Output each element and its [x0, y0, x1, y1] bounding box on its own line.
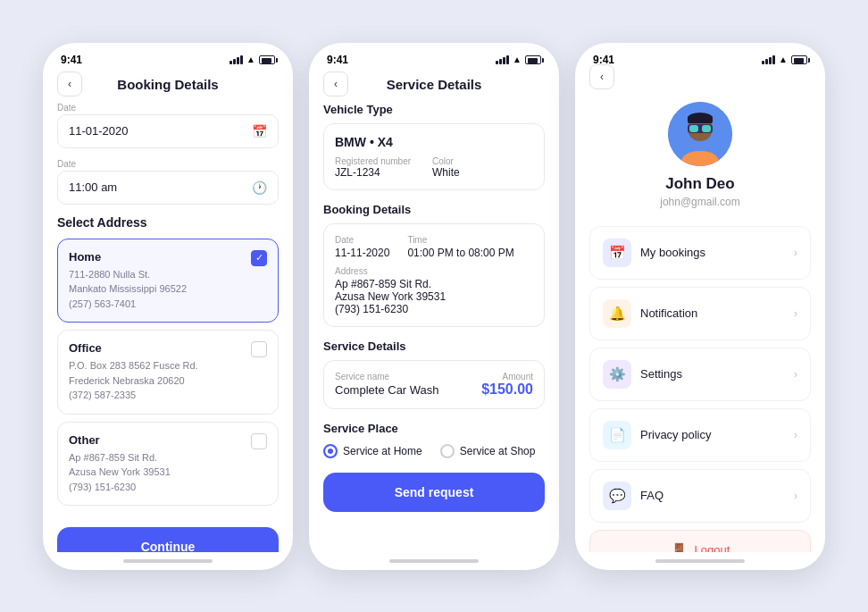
status-bar-2: 9:41 ▲ — [309, 43, 559, 70]
service-name-label: Service name — [335, 372, 439, 381]
settings-icon: ⚙️ — [603, 360, 631, 389]
home-indicator-2 — [389, 559, 479, 563]
menu-item-faq[interactable]: 💬 FAQ › — [589, 469, 811, 523]
menu-item-notification-left: 🔔 Notification — [603, 299, 697, 328]
booking-date-value: 11-11-2020 — [335, 247, 389, 259]
service-details-card: Service name Complete Car Wash Amount $1… — [323, 360, 545, 409]
notification-chevron: › — [794, 307, 797, 320]
profile-section: John Deo john@gmail.com — [589, 88, 811, 226]
address-info-office: Office P.O. Box 283 8562 Fusce Rd.Freder… — [69, 341, 198, 403]
radio-circle-shop — [440, 444, 455, 458]
service-row: Service name Complete Car Wash Amount $1… — [335, 372, 533, 398]
back-button-2[interactable]: ‹ — [323, 71, 348, 96]
settings-label: Settings — [640, 367, 682, 381]
address-name-home: Home — [69, 250, 187, 264]
service-name-value: Complete Car Wash — [335, 383, 439, 397]
service-place-title: Service Place — [323, 422, 545, 435]
booking-address-value: Ap #867-859 Sit Rd. Azusa New York 39531… — [335, 278, 533, 315]
status-bar-1: 9:41 ▲ — [43, 43, 293, 70]
battery-icon-1 — [259, 55, 275, 64]
date-value: 11-01-2020 — [69, 124, 129, 138]
checkbox-home[interactable]: ✓ — [251, 250, 267, 266]
date-input[interactable]: 11-01-2020 📅 — [57, 114, 279, 148]
wifi-icon-1: ▲ — [246, 54, 255, 64]
booking-address: Address Ap #867-859 Sit Rd. Azusa New Yo… — [335, 266, 533, 315]
address-text-home: 711-2880 Nulla St.Mankato Mississippi 96… — [69, 267, 187, 312]
booking-details-title: Booking Details — [323, 203, 545, 216]
checkbox-office[interactable] — [251, 341, 267, 357]
menu-item-notification[interactable]: 🔔 Notification › — [589, 287, 811, 340]
send-request-button[interactable]: Send request — [323, 473, 545, 512]
radio-label-home: Service at Home — [343, 445, 422, 457]
notification-label: Notification — [640, 306, 697, 320]
booking-time-label: Time — [407, 235, 513, 245]
booking-address-label: Address — [335, 266, 533, 276]
menu-item-privacy[interactable]: 📄 Privacy policy › — [589, 408, 811, 462]
checkbox-other[interactable] — [251, 433, 267, 449]
header-title-1: Booking Details — [57, 77, 279, 92]
menu-item-bookings-left: 📅 My bookings — [603, 239, 705, 267]
time-value: 11:00 am — [69, 180, 117, 194]
radio-service-at-shop[interactable]: Service at Shop — [440, 444, 536, 458]
header-1: ‹ Booking Details — [43, 70, 293, 103]
bookings-label: My bookings — [640, 246, 705, 259]
signal-icon-1 — [230, 55, 243, 64]
signal-icon-3 — [762, 55, 775, 64]
status-icons-3: ▲ — [762, 54, 807, 64]
faq-icon: 💬 — [603, 482, 631, 510]
service-amount-label: Amount — [481, 372, 533, 381]
date-field-group: Date 11-01-2020 📅 — [57, 103, 279, 148]
booking-time: Time 01:00 PM to 08:00 PM — [407, 235, 513, 259]
header-2: ‹ Service Details — [309, 70, 559, 103]
address-card-office[interactable]: Office P.O. Box 283 8562 Fusce Rd.Freder… — [57, 330, 279, 415]
booking-date-label: Date — [335, 235, 389, 245]
bookings-chevron: › — [794, 247, 797, 259]
service-amount-value: $150.00 — [481, 381, 533, 398]
vehicle-details: Registered number JZL-1234 Color White — [335, 156, 533, 179]
vehicle-color: Color White — [432, 156, 460, 179]
booking-time-value: 01:00 PM to 08:00 PM — [407, 247, 513, 259]
privacy-chevron: › — [794, 429, 797, 441]
menu-item-bookings[interactable]: 📅 My bookings › — [589, 226, 811, 280]
status-icons-2: ▲ — [496, 54, 541, 64]
back-button-3[interactable]: ‹ — [589, 64, 614, 89]
wifi-icon-2: ▲ — [513, 54, 522, 64]
phone-service-details: 9:41 ▲ ‹ Service Details Vehicle Type BM… — [309, 43, 559, 570]
back-button-1[interactable]: ‹ — [57, 71, 82, 96]
select-address-title: Select Address — [57, 215, 279, 230]
vehicle-reg: Registered number JZL-1234 — [335, 156, 411, 179]
phones-container: 9:41 ▲ ‹ Booking Details Date 11-01-2020… — [43, 43, 825, 570]
status-icons-1: ▲ — [230, 54, 275, 64]
home-indicator-1 — [123, 559, 213, 563]
address-card-other[interactable]: Other Ap #867-859 Sit Rd.Azusa New York … — [57, 422, 279, 507]
phone2-content: Vehicle Type BMW • X4 Registered number … — [309, 103, 559, 552]
status-bar-3: 9:41 ▲ — [575, 43, 825, 70]
faq-chevron: › — [794, 490, 797, 502]
phone-booking-details: 9:41 ▲ ‹ Booking Details Date 11-01-2020… — [43, 43, 293, 570]
vehicle-name: BMW • X4 — [335, 135, 533, 149]
privacy-icon: 📄 — [603, 421, 631, 449]
menu-item-settings[interactable]: ⚙️ Settings › — [589, 348, 811, 401]
logout-item[interactable]: 🚪 Logout — [589, 530, 811, 552]
vehicle-color-value: White — [432, 166, 460, 179]
address-name-office: Office — [69, 341, 198, 355]
continue-button[interactable]: Continue — [57, 527, 279, 552]
time-input[interactable]: 11:00 am 🕐 — [57, 171, 279, 205]
address-card-home[interactable]: Home 711-2880 Nulla St.Mankato Mississip… — [57, 239, 279, 323]
faq-label: FAQ — [640, 489, 664, 502]
radio-label-shop: Service at Shop — [460, 445, 536, 457]
battery-icon-3 — [791, 55, 807, 64]
address-text-other: Ap #867-859 Sit Rd.Azusa New York 39531(… — [69, 450, 171, 495]
radio-service-at-home[interactable]: Service at Home — [323, 444, 422, 458]
wifi-icon-3: ▲ — [779, 54, 788, 64]
clock-icon: 🕐 — [252, 180, 267, 195]
logout-icon: 🚪 — [671, 542, 688, 552]
address-info-other: Other Ap #867-859 Sit Rd.Azusa New York … — [69, 433, 171, 495]
signal-icon-2 — [496, 55, 509, 64]
header-3: ‹ — [575, 70, 825, 88]
vehicle-type-label: Vehicle Type — [323, 103, 545, 116]
booking-details-card: Date 11-11-2020 Time 01:00 PM to 08:00 P… — [323, 223, 545, 327]
logout-label: Logout — [695, 543, 730, 552]
time-field-group: Date 11:00 am 🕐 — [57, 159, 279, 205]
notification-icon: 🔔 — [603, 299, 631, 328]
